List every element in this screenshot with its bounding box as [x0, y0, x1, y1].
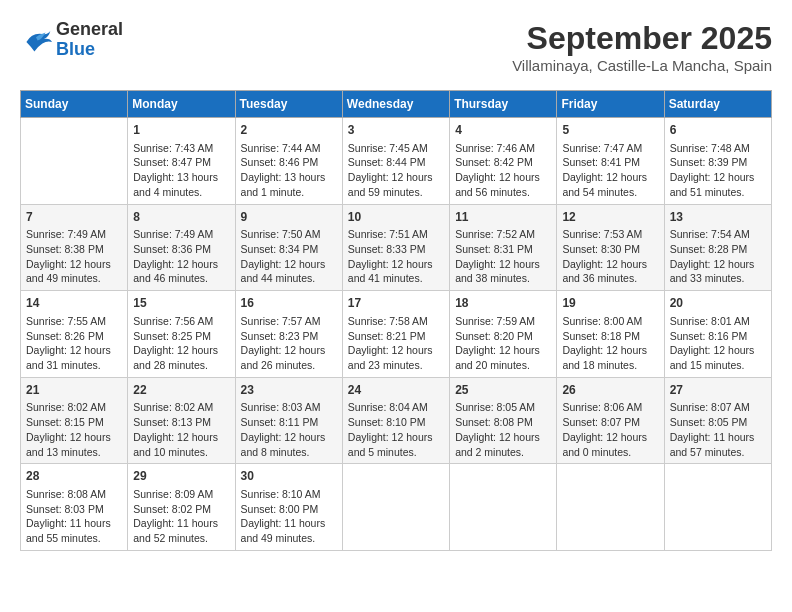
calendar-cell: 27Sunrise: 8:07 AM Sunset: 8:05 PM Dayli… — [664, 377, 771, 464]
day-number: 3 — [348, 122, 444, 139]
day-number: 4 — [455, 122, 551, 139]
weekday-header-monday: Monday — [128, 91, 235, 118]
day-number: 9 — [241, 209, 337, 226]
calendar-cell: 9Sunrise: 7:50 AM Sunset: 8:34 PM Daylig… — [235, 204, 342, 291]
week-row-2: 7Sunrise: 7:49 AM Sunset: 8:38 PM Daylig… — [21, 204, 772, 291]
calendar-cell: 13Sunrise: 7:54 AM Sunset: 8:28 PM Dayli… — [664, 204, 771, 291]
day-info: Sunrise: 7:46 AM Sunset: 8:42 PM Dayligh… — [455, 141, 551, 200]
calendar-cell: 6Sunrise: 7:48 AM Sunset: 8:39 PM Daylig… — [664, 118, 771, 205]
day-number: 15 — [133, 295, 229, 312]
day-number: 6 — [670, 122, 766, 139]
calendar-cell: 4Sunrise: 7:46 AM Sunset: 8:42 PM Daylig… — [450, 118, 557, 205]
day-info: Sunrise: 7:48 AM Sunset: 8:39 PM Dayligh… — [670, 141, 766, 200]
day-number: 28 — [26, 468, 122, 485]
day-info: Sunrise: 7:59 AM Sunset: 8:20 PM Dayligh… — [455, 314, 551, 373]
calendar-cell: 3Sunrise: 7:45 AM Sunset: 8:44 PM Daylig… — [342, 118, 449, 205]
day-number: 10 — [348, 209, 444, 226]
title-block: September 2025 Villaminaya, Castille-La … — [512, 20, 772, 74]
logo: General Blue — [20, 20, 123, 60]
day-info: Sunrise: 8:02 AM Sunset: 8:13 PM Dayligh… — [133, 400, 229, 459]
day-number: 23 — [241, 382, 337, 399]
calendar-table: SundayMondayTuesdayWednesdayThursdayFrid… — [20, 90, 772, 551]
day-number: 7 — [26, 209, 122, 226]
calendar-cell: 24Sunrise: 8:04 AM Sunset: 8:10 PM Dayli… — [342, 377, 449, 464]
calendar-cell: 7Sunrise: 7:49 AM Sunset: 8:38 PM Daylig… — [21, 204, 128, 291]
logo-icon — [20, 26, 52, 54]
day-info: Sunrise: 7:44 AM Sunset: 8:46 PM Dayligh… — [241, 141, 337, 200]
day-number: 17 — [348, 295, 444, 312]
day-info: Sunrise: 8:07 AM Sunset: 8:05 PM Dayligh… — [670, 400, 766, 459]
day-number: 22 — [133, 382, 229, 399]
weekday-header-thursday: Thursday — [450, 91, 557, 118]
calendar-cell — [342, 464, 449, 551]
calendar-cell: 21Sunrise: 8:02 AM Sunset: 8:15 PM Dayli… — [21, 377, 128, 464]
weekday-header-row: SundayMondayTuesdayWednesdayThursdayFrid… — [21, 91, 772, 118]
calendar-cell: 10Sunrise: 7:51 AM Sunset: 8:33 PM Dayli… — [342, 204, 449, 291]
page-header: General Blue September 2025 Villaminaya,… — [20, 20, 772, 74]
day-info: Sunrise: 8:02 AM Sunset: 8:15 PM Dayligh… — [26, 400, 122, 459]
day-info: Sunrise: 7:50 AM Sunset: 8:34 PM Dayligh… — [241, 227, 337, 286]
day-info: Sunrise: 8:04 AM Sunset: 8:10 PM Dayligh… — [348, 400, 444, 459]
weekday-header-wednesday: Wednesday — [342, 91, 449, 118]
week-row-1: 1Sunrise: 7:43 AM Sunset: 8:47 PM Daylig… — [21, 118, 772, 205]
day-number: 30 — [241, 468, 337, 485]
day-number: 12 — [562, 209, 658, 226]
day-number: 2 — [241, 122, 337, 139]
calendar-cell: 5Sunrise: 7:47 AM Sunset: 8:41 PM Daylig… — [557, 118, 664, 205]
day-number: 20 — [670, 295, 766, 312]
calendar-cell: 16Sunrise: 7:57 AM Sunset: 8:23 PM Dayli… — [235, 291, 342, 378]
day-info: Sunrise: 8:09 AM Sunset: 8:02 PM Dayligh… — [133, 487, 229, 546]
day-info: Sunrise: 8:00 AM Sunset: 8:18 PM Dayligh… — [562, 314, 658, 373]
day-info: Sunrise: 7:52 AM Sunset: 8:31 PM Dayligh… — [455, 227, 551, 286]
calendar-cell: 14Sunrise: 7:55 AM Sunset: 8:26 PM Dayli… — [21, 291, 128, 378]
day-info: Sunrise: 8:05 AM Sunset: 8:08 PM Dayligh… — [455, 400, 551, 459]
day-number: 21 — [26, 382, 122, 399]
calendar-cell — [557, 464, 664, 551]
calendar-cell: 22Sunrise: 8:02 AM Sunset: 8:13 PM Dayli… — [128, 377, 235, 464]
day-number: 19 — [562, 295, 658, 312]
day-info: Sunrise: 7:55 AM Sunset: 8:26 PM Dayligh… — [26, 314, 122, 373]
day-number: 14 — [26, 295, 122, 312]
day-number: 27 — [670, 382, 766, 399]
calendar-cell: 29Sunrise: 8:09 AM Sunset: 8:02 PM Dayli… — [128, 464, 235, 551]
day-info: Sunrise: 7:43 AM Sunset: 8:47 PM Dayligh… — [133, 141, 229, 200]
week-row-3: 14Sunrise: 7:55 AM Sunset: 8:26 PM Dayli… — [21, 291, 772, 378]
day-info: Sunrise: 8:08 AM Sunset: 8:03 PM Dayligh… — [26, 487, 122, 546]
day-info: Sunrise: 7:53 AM Sunset: 8:30 PM Dayligh… — [562, 227, 658, 286]
calendar-cell: 19Sunrise: 8:00 AM Sunset: 8:18 PM Dayli… — [557, 291, 664, 378]
day-info: Sunrise: 7:49 AM Sunset: 8:38 PM Dayligh… — [26, 227, 122, 286]
day-number: 18 — [455, 295, 551, 312]
logo-text: General Blue — [56, 20, 123, 60]
week-row-5: 28Sunrise: 8:08 AM Sunset: 8:03 PM Dayli… — [21, 464, 772, 551]
weekday-header-tuesday: Tuesday — [235, 91, 342, 118]
day-info: Sunrise: 8:03 AM Sunset: 8:11 PM Dayligh… — [241, 400, 337, 459]
day-info: Sunrise: 7:54 AM Sunset: 8:28 PM Dayligh… — [670, 227, 766, 286]
day-number: 24 — [348, 382, 444, 399]
calendar-cell: 2Sunrise: 7:44 AM Sunset: 8:46 PM Daylig… — [235, 118, 342, 205]
day-number: 8 — [133, 209, 229, 226]
day-number: 16 — [241, 295, 337, 312]
calendar-cell — [21, 118, 128, 205]
calendar-cell: 23Sunrise: 8:03 AM Sunset: 8:11 PM Dayli… — [235, 377, 342, 464]
calendar-cell: 30Sunrise: 8:10 AM Sunset: 8:00 PM Dayli… — [235, 464, 342, 551]
day-info: Sunrise: 8:01 AM Sunset: 8:16 PM Dayligh… — [670, 314, 766, 373]
weekday-header-friday: Friday — [557, 91, 664, 118]
day-info: Sunrise: 7:45 AM Sunset: 8:44 PM Dayligh… — [348, 141, 444, 200]
calendar-cell: 1Sunrise: 7:43 AM Sunset: 8:47 PM Daylig… — [128, 118, 235, 205]
calendar-cell: 15Sunrise: 7:56 AM Sunset: 8:25 PM Dayli… — [128, 291, 235, 378]
day-info: Sunrise: 8:10 AM Sunset: 8:00 PM Dayligh… — [241, 487, 337, 546]
day-info: Sunrise: 7:47 AM Sunset: 8:41 PM Dayligh… — [562, 141, 658, 200]
month-title: September 2025 — [512, 20, 772, 57]
day-info: Sunrise: 7:56 AM Sunset: 8:25 PM Dayligh… — [133, 314, 229, 373]
day-number: 5 — [562, 122, 658, 139]
calendar-cell — [664, 464, 771, 551]
location: Villaminaya, Castille-La Mancha, Spain — [512, 57, 772, 74]
calendar-cell: 17Sunrise: 7:58 AM Sunset: 8:21 PM Dayli… — [342, 291, 449, 378]
day-number: 29 — [133, 468, 229, 485]
day-number: 13 — [670, 209, 766, 226]
calendar-cell: 11Sunrise: 7:52 AM Sunset: 8:31 PM Dayli… — [450, 204, 557, 291]
calendar-cell: 12Sunrise: 7:53 AM Sunset: 8:30 PM Dayli… — [557, 204, 664, 291]
day-info: Sunrise: 8:06 AM Sunset: 8:07 PM Dayligh… — [562, 400, 658, 459]
day-number: 26 — [562, 382, 658, 399]
weekday-header-saturday: Saturday — [664, 91, 771, 118]
